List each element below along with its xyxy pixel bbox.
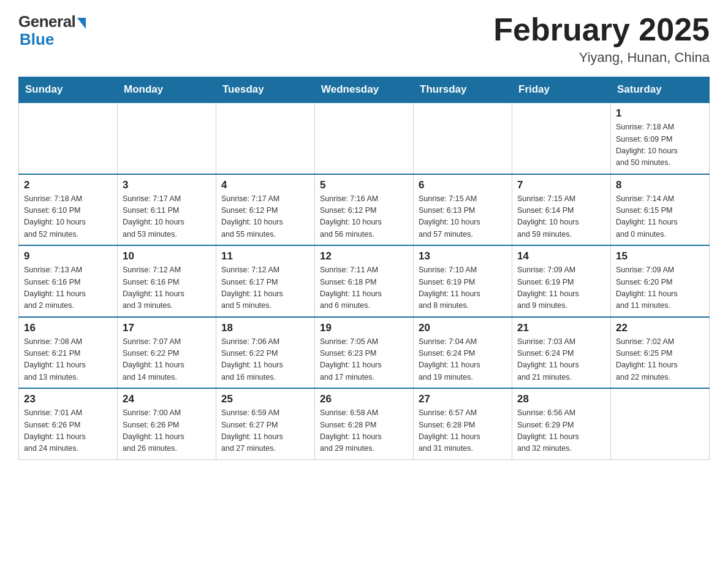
day-number: 8 — [616, 179, 704, 191]
day-number: 16 — [24, 322, 112, 334]
day-number: 15 — [616, 250, 704, 262]
weekday-header-saturday: Saturday — [611, 77, 710, 103]
day-number: 10 — [123, 250, 211, 262]
day-info: Sunrise: 7:04 AMSunset: 6:24 PMDaylight:… — [419, 336, 507, 384]
logo: General Blue — [18, 12, 86, 49]
calendar-cell: 9Sunrise: 7:13 AMSunset: 6:16 PMDaylight… — [19, 245, 118, 317]
calendar-cell — [19, 102, 118, 174]
calendar-cell: 3Sunrise: 7:17 AMSunset: 6:11 PMDaylight… — [118, 174, 216, 246]
calendar-cell: 27Sunrise: 6:57 AMSunset: 6:28 PMDayligh… — [414, 388, 512, 459]
calendar-cell: 14Sunrise: 7:09 AMSunset: 6:19 PMDayligh… — [512, 245, 611, 317]
calendar-cell: 5Sunrise: 7:16 AMSunset: 6:12 PMDaylight… — [315, 174, 414, 246]
weekday-header-monday: Monday — [118, 77, 216, 103]
month-title: February 2025 — [493, 12, 710, 47]
day-info: Sunrise: 7:15 AMSunset: 6:14 PMDaylight:… — [517, 193, 605, 241]
day-info: Sunrise: 7:03 AMSunset: 6:24 PMDaylight:… — [517, 336, 605, 384]
title-block: February 2025 Yiyang, Hunan, China — [493, 12, 710, 66]
day-info: Sunrise: 6:56 AMSunset: 6:29 PMDaylight:… — [517, 407, 605, 455]
weekday-header-sunday: Sunday — [19, 77, 118, 103]
calendar-cell: 12Sunrise: 7:11 AMSunset: 6:18 PMDayligh… — [315, 245, 414, 317]
day-info: Sunrise: 6:59 AMSunset: 6:27 PMDaylight:… — [221, 407, 309, 455]
weekday-header-thursday: Thursday — [414, 77, 512, 103]
day-info: Sunrise: 7:07 AMSunset: 6:22 PMDaylight:… — [123, 336, 211, 384]
calendar-week-4: 16Sunrise: 7:08 AMSunset: 6:21 PMDayligh… — [19, 317, 710, 389]
day-number: 3 — [123, 179, 211, 191]
calendar-cell: 23Sunrise: 7:01 AMSunset: 6:26 PMDayligh… — [19, 388, 118, 459]
day-number: 4 — [221, 179, 309, 191]
calendar-cell: 19Sunrise: 7:05 AMSunset: 6:23 PMDayligh… — [315, 317, 414, 389]
calendar-cell: 24Sunrise: 7:00 AMSunset: 6:26 PMDayligh… — [118, 388, 216, 459]
day-number: 2 — [24, 179, 112, 191]
day-number: 23 — [24, 393, 112, 405]
calendar-cell: 11Sunrise: 7:12 AMSunset: 6:17 PMDayligh… — [216, 245, 315, 317]
weekday-header-tuesday: Tuesday — [216, 77, 315, 103]
calendar-week-2: 2Sunrise: 7:18 AMSunset: 6:10 PMDaylight… — [19, 174, 710, 246]
day-info: Sunrise: 7:08 AMSunset: 6:21 PMDaylight:… — [24, 336, 112, 384]
day-number: 19 — [320, 322, 408, 334]
day-number: 18 — [221, 322, 309, 334]
calendar-cell: 25Sunrise: 6:59 AMSunset: 6:27 PMDayligh… — [216, 388, 315, 459]
day-number: 27 — [419, 393, 507, 405]
day-info: Sunrise: 7:11 AMSunset: 6:18 PMDaylight:… — [320, 264, 408, 312]
day-info: Sunrise: 7:00 AMSunset: 6:26 PMDaylight:… — [123, 407, 211, 455]
calendar-cell — [611, 388, 710, 459]
day-info: Sunrise: 7:12 AMSunset: 6:16 PMDaylight:… — [123, 264, 211, 312]
day-number: 25 — [221, 393, 309, 405]
weekday-header-wednesday: Wednesday — [315, 77, 414, 103]
calendar-cell — [315, 102, 414, 174]
day-number: 5 — [320, 179, 408, 191]
day-info: Sunrise: 6:58 AMSunset: 6:28 PMDaylight:… — [320, 407, 408, 455]
calendar-cell: 20Sunrise: 7:04 AMSunset: 6:24 PMDayligh… — [414, 317, 512, 389]
day-number: 9 — [24, 250, 112, 262]
day-number: 20 — [419, 322, 507, 334]
day-info: Sunrise: 6:57 AMSunset: 6:28 PMDaylight:… — [419, 407, 507, 455]
calendar-cell — [118, 102, 216, 174]
day-info: Sunrise: 7:17 AMSunset: 6:11 PMDaylight:… — [123, 193, 211, 241]
calendar-cell: 21Sunrise: 7:03 AMSunset: 6:24 PMDayligh… — [512, 317, 611, 389]
day-number: 24 — [123, 393, 211, 405]
day-number: 12 — [320, 250, 408, 262]
day-info: Sunrise: 7:10 AMSunset: 6:19 PMDaylight:… — [419, 264, 507, 312]
day-info: Sunrise: 7:18 AMSunset: 6:09 PMDaylight:… — [616, 121, 704, 169]
day-info: Sunrise: 7:09 AMSunset: 6:19 PMDaylight:… — [517, 264, 605, 312]
day-info: Sunrise: 7:18 AMSunset: 6:10 PMDaylight:… — [24, 193, 112, 241]
calendar-cell: 4Sunrise: 7:17 AMSunset: 6:12 PMDaylight… — [216, 174, 315, 246]
day-number: 1 — [616, 107, 704, 120]
calendar-cell: 17Sunrise: 7:07 AMSunset: 6:22 PMDayligh… — [118, 317, 216, 389]
day-number: 28 — [517, 393, 605, 405]
calendar-week-3: 9Sunrise: 7:13 AMSunset: 6:16 PMDaylight… — [19, 245, 710, 317]
calendar-cell: 22Sunrise: 7:02 AMSunset: 6:25 PMDayligh… — [611, 317, 710, 389]
location-title: Yiyang, Hunan, China — [493, 50, 710, 66]
day-number: 11 — [221, 250, 309, 262]
calendar-cell: 28Sunrise: 6:56 AMSunset: 6:29 PMDayligh… — [512, 388, 611, 459]
calendar-cell: 13Sunrise: 7:10 AMSunset: 6:19 PMDayligh… — [414, 245, 512, 317]
calendar-cell: 7Sunrise: 7:15 AMSunset: 6:14 PMDaylight… — [512, 174, 611, 246]
day-number: 22 — [616, 322, 704, 334]
calendar-cell — [216, 102, 315, 174]
day-number: 13 — [419, 250, 507, 262]
day-number: 17 — [123, 322, 211, 334]
day-number: 14 — [517, 250, 605, 262]
day-info: Sunrise: 7:15 AMSunset: 6:13 PMDaylight:… — [419, 193, 507, 241]
weekday-header-friday: Friday — [512, 77, 611, 103]
logo-arrow-icon — [77, 18, 86, 29]
day-info: Sunrise: 7:13 AMSunset: 6:16 PMDaylight:… — [24, 264, 112, 312]
calendar-cell: 15Sunrise: 7:09 AMSunset: 6:20 PMDayligh… — [611, 245, 710, 317]
calendar-table: SundayMondayTuesdayWednesdayThursdayFrid… — [18, 77, 710, 460]
calendar-week-1: 1Sunrise: 7:18 AMSunset: 6:09 PMDaylight… — [19, 102, 710, 174]
calendar-cell: 6Sunrise: 7:15 AMSunset: 6:13 PMDaylight… — [414, 174, 512, 246]
calendar-cell: 2Sunrise: 7:18 AMSunset: 6:10 PMDaylight… — [19, 174, 118, 246]
day-info: Sunrise: 7:17 AMSunset: 6:12 PMDaylight:… — [221, 193, 309, 241]
day-number: 26 — [320, 393, 408, 405]
day-info: Sunrise: 7:12 AMSunset: 6:17 PMDaylight:… — [221, 264, 309, 312]
calendar-cell: 1Sunrise: 7:18 AMSunset: 6:09 PMDaylight… — [611, 102, 710, 174]
page-header: General Blue February 2025 Yiyang, Hunan… — [18, 12, 710, 66]
day-info: Sunrise: 7:14 AMSunset: 6:15 PMDaylight:… — [616, 193, 704, 241]
calendar-cell — [414, 102, 512, 174]
day-number: 21 — [517, 322, 605, 334]
calendar-cell: 10Sunrise: 7:12 AMSunset: 6:16 PMDayligh… — [118, 245, 216, 317]
calendar-cell — [512, 102, 611, 174]
calendar-cell: 26Sunrise: 6:58 AMSunset: 6:28 PMDayligh… — [315, 388, 414, 459]
day-info: Sunrise: 7:09 AMSunset: 6:20 PMDaylight:… — [616, 264, 704, 312]
calendar-cell: 18Sunrise: 7:06 AMSunset: 6:22 PMDayligh… — [216, 317, 315, 389]
